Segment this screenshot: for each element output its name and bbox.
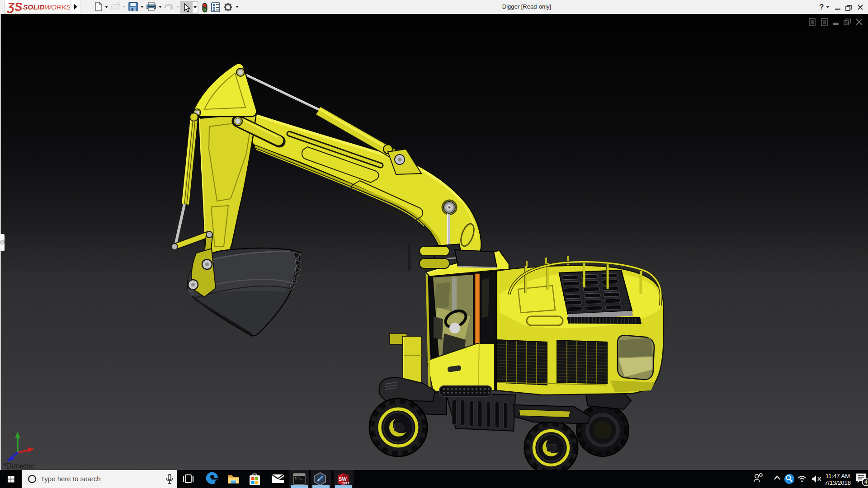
svg-text:7/13/2018: 7/13/2018 bbox=[825, 479, 851, 486]
svg-text:SW: SW bbox=[339, 476, 347, 482]
svg-text:11:47 AM: 11:47 AM bbox=[826, 473, 850, 479]
svg-text:?: ? bbox=[819, 3, 824, 11]
svg-text:4: 4 bbox=[864, 479, 867, 485]
svg-text:2017: 2017 bbox=[342, 482, 349, 485]
svg-text:C:\_: C:\_ bbox=[295, 477, 303, 480]
